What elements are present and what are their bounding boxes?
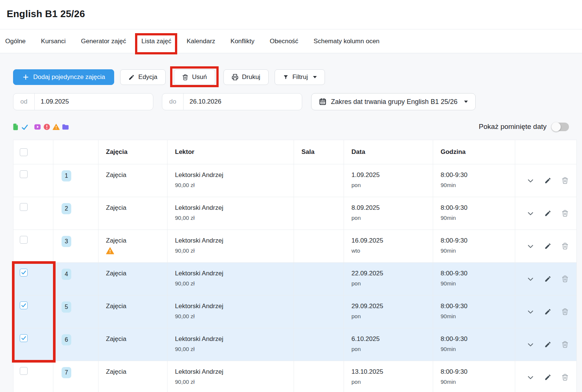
date-from-prefix: od	[13, 94, 35, 110]
lektor-name: Lektorski Andrzej	[175, 171, 290, 179]
row-checkbox[interactable]	[20, 203, 28, 211]
delete-row-button[interactable]	[561, 275, 569, 282]
delete-button[interactable]: Usuń	[174, 69, 215, 85]
tab-kursanci[interactable]: Kursanci	[41, 29, 66, 53]
row-checkbox[interactable]	[20, 269, 28, 276]
row-checkbox[interactable]	[20, 236, 28, 244]
lesson-price: 90,00 zł	[175, 247, 290, 254]
tab-lista-zajec[interactable]: Lista zajęć	[141, 29, 171, 53]
edit-row-button[interactable]	[544, 341, 551, 348]
sala-cell	[294, 328, 344, 361]
trash-icon	[561, 308, 569, 315]
legend-icons	[12, 123, 69, 130]
filter-button[interactable]: Filtruj	[275, 69, 325, 85]
legend-row: Pokaż pominięte daty	[12, 121, 569, 132]
show-skipped-dates-label: Pokaż pominięte daty	[479, 123, 547, 131]
expand-row-button[interactable]	[527, 374, 534, 381]
tab-ogolne[interactable]: Ogólne	[5, 29, 26, 53]
page: English B1 25/26 Ogólne Kursanci Generat…	[0, 0, 582, 392]
print-button[interactable]: Drukuj	[223, 69, 269, 85]
lesson-day: pon	[351, 182, 429, 188]
date-from-input[interactable]	[35, 98, 153, 105]
expand-row-button[interactable]	[527, 341, 534, 348]
edit-row-button[interactable]	[544, 177, 551, 184]
date-range-dropdown-button[interactable]: Zakres dat trwania grupy English B1 25/2…	[311, 93, 476, 110]
row-checkbox[interactable]	[20, 170, 28, 178]
expand-row-button[interactable]	[527, 308, 534, 316]
row-checkbox[interactable]	[20, 367, 28, 375]
lesson-time: 8:00-9:30	[441, 270, 511, 277]
header-zajecia: Zajęcia	[98, 140, 168, 164]
lesson-time: 8:00-9:30	[441, 237, 511, 244]
delete-row-button[interactable]	[561, 177, 569, 184]
folder-icon	[62, 123, 69, 130]
header-number	[53, 140, 98, 164]
edit-row-button[interactable]	[544, 243, 551, 250]
tab-generator-zajec[interactable]: Generator zajęć	[81, 29, 126, 53]
delete-label: Usuń	[192, 73, 207, 81]
add-single-lesson-button[interactable]: Dodaj pojedyncze zajęcia	[13, 69, 114, 85]
delete-row-button[interactable]	[561, 308, 569, 315]
tab-schematy-kolumn-ocen[interactable]: Schematy kolumn ocen	[314, 29, 380, 53]
header-lektor: Lektor	[168, 140, 294, 164]
expand-row-button[interactable]	[527, 275, 534, 283]
lesson-type: Zajęcia	[106, 204, 163, 212]
row-warning	[106, 247, 163, 256]
lesson-price: 90,00 zł	[175, 313, 290, 319]
tab-kalendarz[interactable]: Kalendarz	[187, 29, 215, 53]
lessons-table: Zajęcia Lektor Sala Data Godzina 1 Zajęc…	[13, 140, 577, 392]
delete-row-button[interactable]	[561, 374, 569, 381]
edit-row-button[interactable]	[544, 374, 551, 381]
table-row: 4 Zajęcia Lektorski Andrzej 90,00 zł 22.…	[13, 263, 577, 295]
header-actions	[515, 140, 577, 164]
tab-obecnosc[interactable]: Obecność	[270, 29, 298, 53]
show-skipped-dates-toggle[interactable]	[551, 123, 569, 131]
lektor-name: Lektorski Andrzej	[175, 303, 290, 310]
edit-button[interactable]: Edycja	[120, 69, 166, 85]
chevron-down-icon	[313, 76, 317, 78]
delete-row-button[interactable]	[561, 210, 569, 217]
lesson-date: 16.09.2025	[351, 237, 429, 244]
row-number-badge: 2	[62, 203, 71, 214]
filters-row: od do Zakres dat trwania grupy English B…	[13, 93, 582, 110]
row-number-badge: 4	[62, 269, 71, 280]
row-checkbox[interactable]	[20, 334, 28, 342]
trash-icon	[561, 275, 569, 282]
lesson-duration: 90min	[441, 280, 511, 287]
trash-icon	[561, 210, 569, 217]
pencil-icon	[544, 243, 551, 250]
pencil-icon	[544, 177, 551, 184]
edit-row-button[interactable]	[544, 308, 551, 315]
delete-row-button[interactable]	[561, 341, 569, 348]
trash-icon	[561, 341, 569, 348]
trash-icon	[561, 177, 569, 184]
pencil-icon	[544, 341, 551, 348]
lesson-price: 90,00 zł	[175, 346, 290, 352]
lesson-day: pon	[351, 280, 429, 287]
edit-row-button[interactable]	[544, 210, 551, 217]
delete-row-button[interactable]	[561, 243, 569, 250]
expand-row-button[interactable]	[527, 177, 534, 184]
trash-icon	[561, 374, 569, 381]
chevron-down-icon	[527, 308, 534, 316]
lesson-date: 6.10.2025	[351, 335, 429, 343]
pencil-icon	[544, 275, 551, 282]
edit-row-button[interactable]	[544, 275, 551, 282]
select-all-checkbox[interactable]	[20, 148, 28, 156]
lesson-time: 8:00-9:30	[441, 335, 511, 343]
row-checkbox[interactable]	[20, 301, 28, 309]
lesson-type: Zajęcia	[106, 237, 163, 244]
lesson-price: 90,00 zł	[175, 182, 290, 188]
lesson-duration: 90min	[441, 215, 511, 221]
date-to-input[interactable]	[184, 98, 302, 105]
row-number-badge: 7	[62, 367, 71, 378]
table-row: 1 Zajęcia Lektorski Andrzej 90,00 zł 1.0…	[13, 164, 577, 197]
tab-konflikty[interactable]: Konflikty	[231, 29, 254, 53]
lesson-duration: 90min	[441, 182, 511, 188]
page-title: English B1 25/26	[7, 8, 575, 20]
lesson-day: pon	[351, 346, 429, 352]
expand-row-button[interactable]	[527, 210, 534, 217]
expand-row-button[interactable]	[527, 243, 534, 250]
lesson-day: pon	[351, 215, 429, 221]
toggle-knob	[551, 122, 561, 132]
